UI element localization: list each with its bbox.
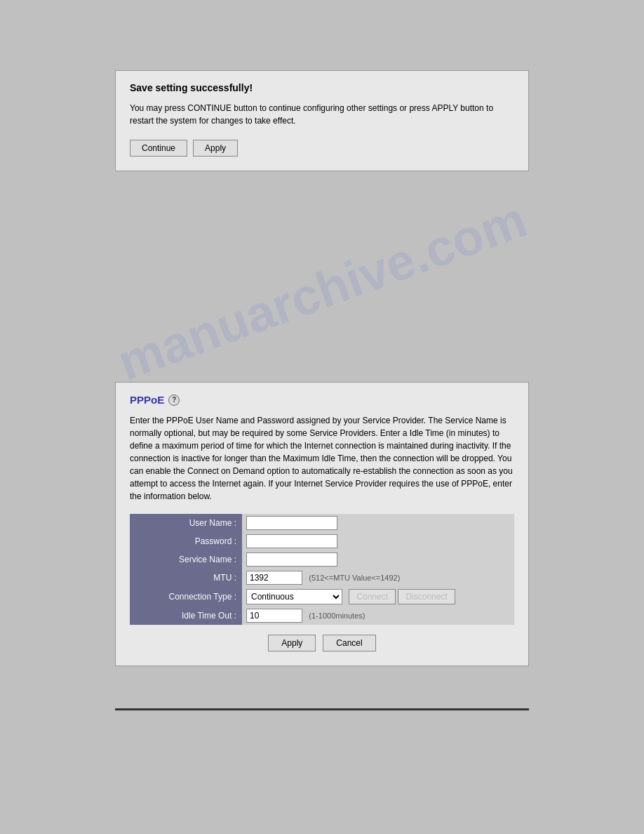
user-name-cell [242,514,514,532]
password-cell [242,532,514,550]
connection-type-select[interactable]: Continuous Connect on Demand Manual [246,589,342,604]
mtu-row: MTU : (512<=MTU Value<=1492) [130,569,514,587]
password-label: Password : [130,532,242,550]
service-name-input[interactable] [246,552,337,567]
pppoe-box: PPPoE ? Enter the PPPoE User Name and Pa… [115,382,529,666]
idle-time-out-row: Idle Time Out : (1-1000minutes) [130,607,514,625]
connect-button[interactable]: Connect [349,589,396,604]
idle-time-out-hint: (1-1000minutes) [309,611,365,620]
pppoe-apply-button[interactable]: Apply [268,635,316,651]
save-title: Save setting successfully! [130,82,514,93]
disconnect-button[interactable]: Disconnect [398,589,455,604]
service-name-cell [242,550,514,569]
continue-button[interactable]: Continue [130,140,187,157]
connection-type-cell: Continuous Connect on Demand Manual Conn… [242,587,514,607]
user-name-input[interactable] [246,516,337,530]
save-setting-box: Save setting successfully! You may press… [115,70,529,171]
pppoe-form-table: User Name : Password : Service Name : MT… [130,514,514,625]
password-input[interactable] [246,534,337,548]
watermark-area: manuarchive.com [115,199,529,382]
save-box-buttons: Continue Apply [130,140,514,157]
connection-type-row: Connection Type : Continuous Connect on … [130,587,514,607]
user-name-label: User Name : [130,514,242,532]
save-apply-button[interactable]: Apply [193,140,238,157]
idle-time-out-label: Idle Time Out : [130,607,242,625]
bottom-separator [115,708,529,710]
help-icon[interactable]: ? [168,395,180,406]
mtu-hint: (512<=MTU Value<=1492) [309,574,400,582]
idle-time-out-input[interactable] [246,609,302,623]
pppoe-title-text: PPPoE [130,394,164,406]
password-row: Password : [130,532,514,550]
pppoe-title-row: PPPoE ? [130,394,514,406]
service-name-row: Service Name : [130,550,514,569]
watermark-text: manuarchive.com [110,190,533,391]
connection-type-label: Connection Type : [130,587,242,607]
user-name-row: User Name : [130,514,514,532]
mtu-label: MTU : [130,569,242,587]
pppoe-bottom-buttons: Apply Cancel [130,635,514,651]
idle-time-out-cell: (1-1000minutes) [242,607,514,625]
save-message: You may press CONTINUE button to continu… [130,102,514,127]
pppoe-description: Enter the PPPoE User Name and Password a… [130,414,514,503]
mtu-input[interactable] [246,571,302,585]
mtu-cell: (512<=MTU Value<=1492) [242,569,514,587]
service-name-label: Service Name : [130,550,242,569]
pppoe-cancel-button[interactable]: Cancel [323,635,375,651]
